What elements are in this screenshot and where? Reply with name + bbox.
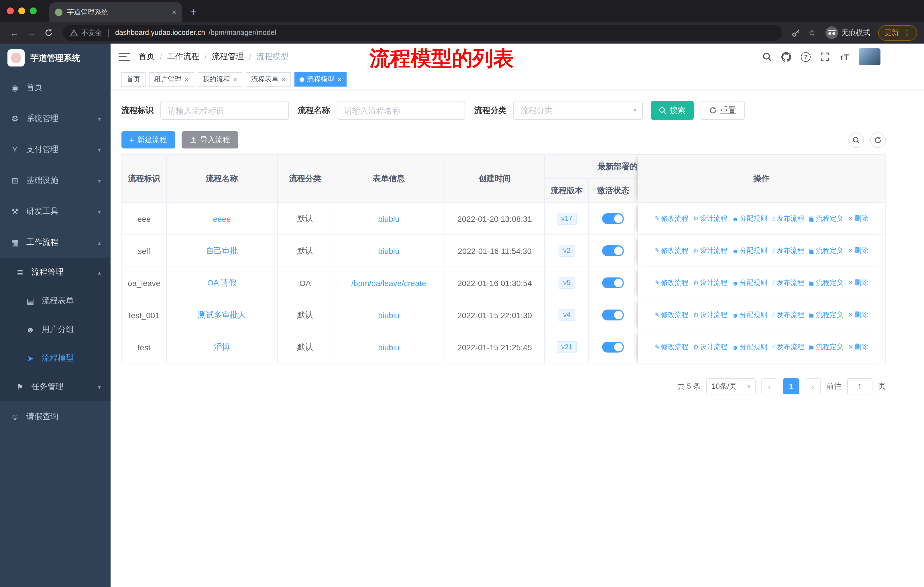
prev-page-button[interactable]: ‹	[761, 378, 777, 394]
menu-fold-icon[interactable]	[119, 53, 130, 61]
model-name-link[interactable]: 测试多审批人	[198, 310, 246, 320]
tag-流程模型[interactable]: 流程模型×	[294, 72, 347, 86]
action-edit[interactable]: ✎修改流程	[655, 278, 688, 288]
action-assign[interactable]: ☻分配规则	[732, 246, 767, 256]
action-publish[interactable]: ☝发布流程	[772, 246, 804, 256]
tag-首页[interactable]: 首页	[121, 72, 145, 86]
action-definition[interactable]: ▣流程定义	[809, 342, 843, 352]
macos-zoom-button[interactable]	[30, 7, 37, 14]
macos-minimize-button[interactable]	[18, 7, 25, 14]
form-link[interactable]: biubiu	[378, 311, 399, 319]
sidebar-item-user-group[interactable]: ☻用户分组	[0, 315, 111, 344]
action-definition[interactable]: ▣流程定义	[809, 214, 843, 223]
address-bar[interactable]: 不安全 dashboard.yudao.iocoder.cn/bpm/manag…	[63, 25, 782, 41]
active-toggle[interactable]	[602, 278, 624, 288]
action-design[interactable]: ⚙设计流程	[693, 278, 728, 288]
action-delete[interactable]: ✕删除	[848, 278, 868, 288]
action-delete[interactable]: ✕删除	[848, 310, 868, 320]
new-tab-button[interactable]: +	[190, 6, 196, 18]
forward-icon[interactable]: →	[24, 28, 39, 38]
action-delete[interactable]: ✕删除	[848, 214, 868, 223]
tag-close-icon[interactable]: ×	[185, 76, 189, 83]
browser-tab[interactable]: 芋道管理系统 ×	[49, 2, 182, 22]
reload-icon[interactable]	[41, 29, 56, 37]
action-edit[interactable]: ✎修改流程	[655, 246, 688, 256]
menu-kebab-icon[interactable]: ⋮	[903, 28, 911, 37]
form-link[interactable]: biubiu	[378, 246, 399, 255]
model-name-link[interactable]: OA 请假	[207, 278, 237, 288]
breadcrumb-process-mgmt[interactable]: 流程管理	[212, 51, 244, 62]
sidebar-item-workflow[interactable]: ▦工作流程▴	[0, 227, 111, 258]
fullscreen-icon[interactable]	[821, 52, 830, 61]
password-key-icon[interactable]	[789, 28, 803, 37]
next-page-button[interactable]: ›	[805, 378, 821, 394]
search-icon[interactable]	[763, 52, 772, 61]
action-assign[interactable]: ☻分配规则	[732, 342, 767, 352]
action-definition[interactable]: ▣流程定义	[809, 246, 843, 256]
action-publish[interactable]: ☝发布流程	[772, 278, 804, 288]
action-delete[interactable]: ✕删除	[848, 342, 868, 352]
security-label[interactable]: 不安全	[81, 28, 102, 38]
sidebar-item-dev-tools[interactable]: ⚒研发工具▾	[0, 196, 111, 227]
sidebar-item-process-mgmt[interactable]: ≣流程管理▴	[0, 258, 111, 287]
active-toggle[interactable]	[602, 245, 624, 256]
action-publish[interactable]: ☝发布流程	[772, 310, 804, 320]
model-name-link[interactable]: 滔博	[214, 342, 230, 352]
sidebar-item-infrastructure[interactable]: ⊞基础设施▾	[0, 165, 111, 196]
breadcrumb-home[interactable]: 首页	[139, 51, 155, 62]
action-edit[interactable]: ✎修改流程	[655, 310, 688, 320]
reset-button[interactable]: 重置	[701, 101, 745, 120]
form-link[interactable]: biubiu	[378, 214, 399, 223]
macos-close-button[interactable]	[7, 7, 14, 14]
sidebar-item-payment-mgmt[interactable]: ¥支付管理▾	[0, 134, 111, 165]
bookmark-star-icon[interactable]: ☆	[805, 28, 818, 38]
sidebar-item-task-mgmt[interactable]: ⚑任务管理▾	[0, 373, 111, 401]
sidebar-item-system-mgmt[interactable]: ⚙系统管理▾	[0, 103, 111, 134]
model-name-link[interactable]: eeee	[213, 214, 231, 223]
action-assign[interactable]: ☻分配规则	[732, 310, 767, 320]
model-name-link[interactable]: 自己审批	[206, 246, 238, 256]
browser-update-button[interactable]: 更新 ⋮	[878, 25, 917, 40]
page-size-select[interactable]: 10条/页 ▾	[706, 378, 756, 394]
github-icon[interactable]	[782, 52, 791, 62]
user-avatar[interactable]	[859, 48, 881, 65]
process-name-input[interactable]	[337, 101, 465, 120]
action-publish[interactable]: ☝发布流程	[772, 214, 804, 223]
show-search-icon[interactable]	[848, 132, 864, 147]
action-definition[interactable]: ▣流程定义	[809, 278, 843, 288]
action-edit[interactable]: ✎修改流程	[655, 214, 688, 223]
process-id-input[interactable]	[160, 101, 289, 120]
category-select[interactable]: 流程分类 ▾	[513, 101, 643, 120]
back-icon[interactable]: ←	[7, 28, 22, 38]
tag-租户管理[interactable]: 租户管理×	[149, 72, 194, 86]
action-assign[interactable]: ☻分配规则	[732, 278, 767, 288]
action-design[interactable]: ⚙设计流程	[693, 310, 728, 320]
tag-我的流程[interactable]: 我的流程×	[197, 72, 242, 86]
tag-close-icon[interactable]: ×	[281, 76, 285, 83]
tag-close-icon[interactable]: ×	[337, 76, 342, 83]
action-design[interactable]: ⚙设计流程	[693, 214, 728, 223]
active-toggle[interactable]	[602, 309, 624, 321]
action-delete[interactable]: ✕删除	[848, 246, 868, 256]
sidebar-item-process-form[interactable]: ▤流程表单	[0, 287, 111, 315]
page-1-button[interactable]: 1	[783, 378, 799, 394]
action-definition[interactable]: ▣流程定义	[809, 310, 843, 320]
tag-close-icon[interactable]: ×	[233, 76, 237, 83]
action-edit[interactable]: ✎修改流程	[655, 342, 688, 352]
sidebar-item-leave-query[interactable]: ☺请假查询	[0, 401, 111, 432]
refresh-table-icon[interactable]	[870, 132, 886, 147]
action-publish[interactable]: ☝发布流程	[772, 342, 804, 352]
goto-page-input[interactable]	[847, 378, 873, 394]
form-link[interactable]: /bpm/oa/leave/create	[351, 278, 426, 288]
action-design[interactable]: ⚙设计流程	[693, 342, 728, 352]
breadcrumb-workflow[interactable]: 工作流程	[167, 51, 200, 62]
font-size-icon[interactable]: тT	[840, 52, 849, 62]
action-design[interactable]: ⚙设计流程	[693, 246, 728, 256]
search-button[interactable]: 搜索	[651, 101, 694, 120]
create-process-button[interactable]: + 新建流程	[121, 131, 175, 149]
active-toggle[interactable]	[602, 213, 624, 224]
tab-close-icon[interactable]: ×	[172, 7, 177, 17]
help-icon[interactable]: ?	[801, 52, 811, 62]
sidebar-item-home[interactable]: ◉首页	[0, 72, 111, 103]
active-toggle[interactable]	[602, 342, 624, 352]
